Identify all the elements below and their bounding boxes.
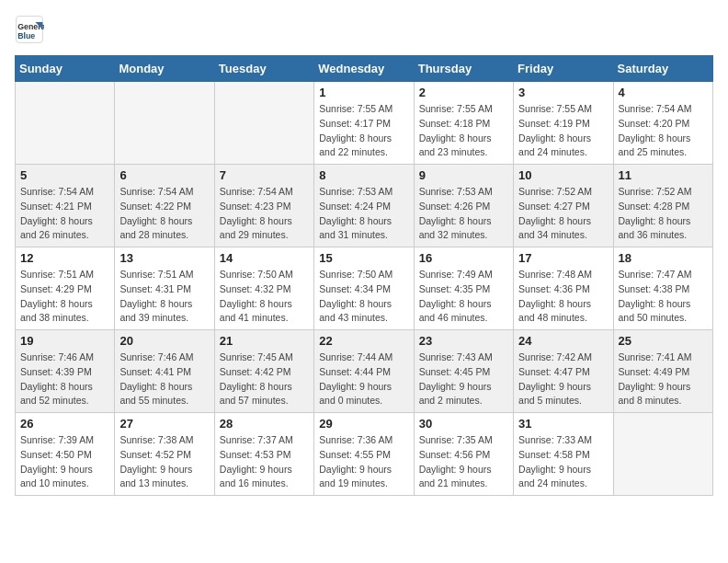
day-info: Sunrise: 7:47 AMSunset: 4:38 PMDaylight:… <box>619 268 708 326</box>
calendar-cell: 20Sunrise: 7:46 AMSunset: 4:41 PMDayligh… <box>115 330 214 413</box>
day-info: Sunrise: 7:54 AMSunset: 4:21 PMDaylight:… <box>20 185 109 243</box>
day-number: 27 <box>119 417 209 431</box>
day-number: 26 <box>20 417 109 431</box>
day-number: 30 <box>419 417 508 431</box>
day-number: 24 <box>518 334 608 348</box>
day-info: Sunrise: 7:53 AMSunset: 4:24 PMDaylight:… <box>319 185 408 243</box>
day-number: 25 <box>619 334 708 348</box>
calendar-cell <box>16 82 115 165</box>
day-info: Sunrise: 7:38 AMSunset: 4:52 PMDaylight:… <box>119 433 209 491</box>
calendar-cell: 7Sunrise: 7:54 AMSunset: 4:23 PMDaylight… <box>214 165 313 247</box>
day-info: Sunrise: 7:33 AMSunset: 4:58 PMDaylight:… <box>518 433 608 491</box>
calendar-header-wednesday: Wednesday <box>314 56 414 82</box>
day-number: 1 <box>319 86 408 99</box>
day-info: Sunrise: 7:53 AMSunset: 4:26 PMDaylight:… <box>419 185 508 243</box>
calendar-cell <box>613 413 712 496</box>
day-number: 22 <box>319 334 408 348</box>
day-number: 18 <box>619 251 708 265</box>
day-number: 17 <box>518 251 608 265</box>
day-number: 3 <box>518 86 608 99</box>
day-info: Sunrise: 7:50 AMSunset: 4:32 PMDaylight:… <box>220 268 309 326</box>
calendar-cell: 6Sunrise: 7:54 AMSunset: 4:22 PMDaylight… <box>115 165 214 247</box>
day-info: Sunrise: 7:55 AMSunset: 4:17 PMDaylight:… <box>319 102 408 160</box>
calendar-cell: 12Sunrise: 7:51 AMSunset: 4:29 PMDayligh… <box>16 247 115 330</box>
logo: General Blue <box>15 15 48 44</box>
day-number: 6 <box>119 168 209 182</box>
day-info: Sunrise: 7:51 AMSunset: 4:29 PMDaylight:… <box>20 268 109 326</box>
calendar-cell <box>115 82 214 165</box>
calendar-week-row: 26Sunrise: 7:39 AMSunset: 4:50 PMDayligh… <box>16 413 713 496</box>
calendar-cell: 19Sunrise: 7:46 AMSunset: 4:39 PMDayligh… <box>16 330 115 413</box>
day-info: Sunrise: 7:46 AMSunset: 4:39 PMDaylight:… <box>20 350 109 408</box>
day-number: 15 <box>319 251 408 265</box>
day-number: 13 <box>119 251 209 265</box>
day-info: Sunrise: 7:37 AMSunset: 4:53 PMDaylight:… <box>220 433 309 491</box>
day-number: 31 <box>518 417 608 431</box>
day-info: Sunrise: 7:52 AMSunset: 4:27 PMDaylight:… <box>518 185 608 243</box>
day-info: Sunrise: 7:49 AMSunset: 4:35 PMDaylight:… <box>419 268 508 326</box>
calendar-cell: 31Sunrise: 7:33 AMSunset: 4:58 PMDayligh… <box>514 413 613 496</box>
day-info: Sunrise: 7:54 AMSunset: 4:22 PMDaylight:… <box>119 185 209 243</box>
calendar-cell: 8Sunrise: 7:53 AMSunset: 4:24 PMDaylight… <box>314 165 414 247</box>
day-number: 29 <box>319 417 408 431</box>
day-info: Sunrise: 7:44 AMSunset: 4:44 PMDaylight:… <box>319 350 408 408</box>
calendar-cell: 11Sunrise: 7:52 AMSunset: 4:28 PMDayligh… <box>613 165 712 247</box>
day-info: Sunrise: 7:42 AMSunset: 4:47 PMDaylight:… <box>518 350 608 408</box>
calendar-cell: 14Sunrise: 7:50 AMSunset: 4:32 PMDayligh… <box>214 247 313 330</box>
calendar-cell: 30Sunrise: 7:35 AMSunset: 4:56 PMDayligh… <box>414 413 513 496</box>
calendar-header-tuesday: Tuesday <box>214 56 313 82</box>
day-number: 20 <box>119 334 209 348</box>
calendar-cell: 5Sunrise: 7:54 AMSunset: 4:21 PMDaylight… <box>16 165 115 247</box>
day-info: Sunrise: 7:48 AMSunset: 4:36 PMDaylight:… <box>518 268 608 326</box>
day-info: Sunrise: 7:45 AMSunset: 4:42 PMDaylight:… <box>220 350 309 408</box>
calendar-cell <box>214 82 313 165</box>
day-info: Sunrise: 7:43 AMSunset: 4:45 PMDaylight:… <box>419 350 508 408</box>
day-number: 11 <box>619 168 708 182</box>
calendar-cell: 4Sunrise: 7:54 AMSunset: 4:20 PMDaylight… <box>613 82 712 165</box>
day-info: Sunrise: 7:50 AMSunset: 4:34 PMDaylight:… <box>319 268 408 326</box>
day-info: Sunrise: 7:46 AMSunset: 4:41 PMDaylight:… <box>119 350 209 408</box>
day-info: Sunrise: 7:55 AMSunset: 4:18 PMDaylight:… <box>419 102 508 160</box>
calendar-cell: 1Sunrise: 7:55 AMSunset: 4:17 PMDaylight… <box>314 82 414 165</box>
calendar-cell: 13Sunrise: 7:51 AMSunset: 4:31 PMDayligh… <box>115 247 214 330</box>
calendar-cell: 28Sunrise: 7:37 AMSunset: 4:53 PMDayligh… <box>214 413 313 496</box>
calendar-week-row: 1Sunrise: 7:55 AMSunset: 4:17 PMDaylight… <box>16 82 713 165</box>
day-number: 10 <box>518 168 608 182</box>
day-number: 21 <box>220 334 309 348</box>
day-number: 7 <box>220 168 309 182</box>
calendar-header-sunday: Sunday <box>16 56 115 82</box>
day-number: 19 <box>20 334 109 348</box>
calendar-cell: 18Sunrise: 7:47 AMSunset: 4:38 PMDayligh… <box>613 247 712 330</box>
calendar-cell: 22Sunrise: 7:44 AMSunset: 4:44 PMDayligh… <box>314 330 414 413</box>
day-number: 28 <box>220 417 309 431</box>
calendar-cell: 21Sunrise: 7:45 AMSunset: 4:42 PMDayligh… <box>214 330 313 413</box>
calendar-header-monday: Monday <box>115 56 214 82</box>
day-number: 14 <box>220 251 309 265</box>
day-number: 16 <box>419 251 508 265</box>
day-info: Sunrise: 7:54 AMSunset: 4:20 PMDaylight:… <box>619 102 708 160</box>
svg-text:Blue: Blue <box>17 31 35 40</box>
day-number: 5 <box>20 168 109 182</box>
calendar-cell: 16Sunrise: 7:49 AMSunset: 4:35 PMDayligh… <box>414 247 513 330</box>
day-number: 12 <box>20 251 109 265</box>
header: General Blue <box>15 15 713 44</box>
calendar-header-saturday: Saturday <box>613 56 712 82</box>
day-number: 2 <box>419 86 508 99</box>
day-info: Sunrise: 7:55 AMSunset: 4:19 PMDaylight:… <box>518 102 608 160</box>
calendar-cell: 15Sunrise: 7:50 AMSunset: 4:34 PMDayligh… <box>314 247 414 330</box>
calendar-cell: 29Sunrise: 7:36 AMSunset: 4:55 PMDayligh… <box>314 413 414 496</box>
calendar-week-row: 12Sunrise: 7:51 AMSunset: 4:29 PMDayligh… <box>16 247 713 330</box>
day-number: 23 <box>419 334 508 348</box>
calendar-cell: 27Sunrise: 7:38 AMSunset: 4:52 PMDayligh… <box>115 413 214 496</box>
calendar-header-friday: Friday <box>514 56 613 82</box>
calendar-header-row: SundayMondayTuesdayWednesdayThursdayFrid… <box>16 56 713 82</box>
day-info: Sunrise: 7:51 AMSunset: 4:31 PMDaylight:… <box>119 268 209 326</box>
day-info: Sunrise: 7:54 AMSunset: 4:23 PMDaylight:… <box>220 185 309 243</box>
calendar-cell: 10Sunrise: 7:52 AMSunset: 4:27 PMDayligh… <box>514 165 613 247</box>
calendar-cell: 25Sunrise: 7:41 AMSunset: 4:49 PMDayligh… <box>613 330 712 413</box>
day-info: Sunrise: 7:52 AMSunset: 4:28 PMDaylight:… <box>619 185 708 243</box>
day-info: Sunrise: 7:36 AMSunset: 4:55 PMDaylight:… <box>319 433 408 491</box>
day-number: 9 <box>419 168 508 182</box>
calendar-cell: 3Sunrise: 7:55 AMSunset: 4:19 PMDaylight… <box>514 82 613 165</box>
calendar-cell: 2Sunrise: 7:55 AMSunset: 4:18 PMDaylight… <box>414 82 513 165</box>
